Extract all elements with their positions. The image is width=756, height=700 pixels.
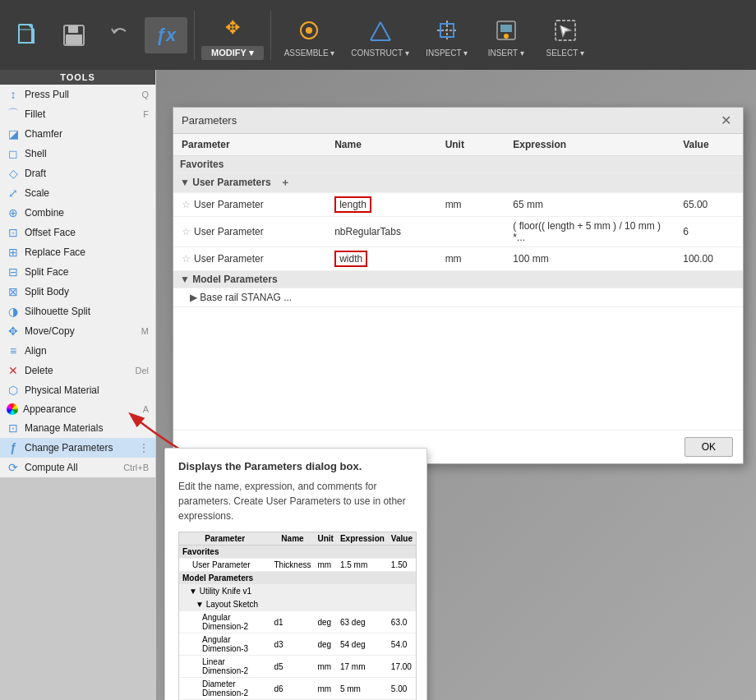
insert-label[interactable]: INSERT ▾ <box>488 48 524 58</box>
svg-line-9 <box>380 22 390 40</box>
dialog-title-bar: Parameters ✕ <box>173 108 743 134</box>
sidebar-item-change-parameters[interactable]: ƒ Change Parameters ⋮ <box>0 438 155 458</box>
more-icon[interactable]: ⋮ <box>139 442 149 454</box>
sidebar-item-delete[interactable]: ✕ Delete Del <box>0 361 155 380</box>
tp-model-params-row: Model Parameters <box>179 572 416 585</box>
tp-col-val: Value <box>388 532 416 546</box>
ok-button[interactable]: OK <box>685 437 733 457</box>
sidebar-item-fillet[interactable]: ⌒ Fillet F <box>0 104 155 124</box>
sidebar-item-combine[interactable]: ⊕ Combine <box>0 203 155 223</box>
toolbar-new-btn[interactable] <box>7 17 49 53</box>
unit-length: mm <box>437 193 505 217</box>
move-copy-icon: ✥ <box>7 325 20 338</box>
replace-face-icon: ⊞ <box>7 246 20 259</box>
parameters-dialog: Parameters ✕ Parameter Name Unit Express… <box>173 107 744 464</box>
dialog-body: Parameter Name Unit Expression Value Fav… <box>173 134 743 463</box>
dialog-scroll[interactable]: Parameter Name Unit Expression Value Fav… <box>173 134 743 430</box>
svg-rect-3 <box>68 25 78 33</box>
unit-nbregtabs <box>437 217 505 247</box>
appearance-icon <box>7 403 18 415</box>
physical-material-icon: ⬡ <box>7 384 20 397</box>
star-width[interactable]: ☆ <box>182 253 191 265</box>
sidebar-item-move-copy[interactable]: ✥ Move/Copy M <box>0 321 155 341</box>
sidebar-item-compute-all[interactable]: ⟳ Compute All Ctrl+B <box>0 458 155 477</box>
shell-icon: ◻ <box>7 147 20 160</box>
tools-header: TOOLS <box>0 70 155 85</box>
insert-group: INSERT ▾ <box>478 9 534 61</box>
expr-length[interactable]: 65 mm <box>505 193 675 217</box>
svg-rect-14 <box>500 25 512 32</box>
add-param-btn[interactable]: ＋ <box>280 177 290 188</box>
silhouette-split-icon: ◑ <box>7 305 20 318</box>
inspect-btn[interactable] <box>426 12 468 48</box>
sidebar-item-offset-face[interactable]: ⊡ Offset Face <box>0 223 155 242</box>
sidebar-item-split-face[interactable]: ⊟ Split Face <box>0 262 155 282</box>
insert-btn[interactable] <box>485 12 528 48</box>
construct-label[interactable]: CONSTRUCT ▾ <box>351 48 408 58</box>
sidebar-item-chamfer[interactable]: ◪ Chamfer <box>0 124 155 144</box>
compute-all-icon: ⟳ <box>7 461 20 474</box>
sidebar: TOOLS ↕ Press Pull Q ⌒ Fillet F ◪ Chamfe… <box>0 70 156 477</box>
star-nbregtabs[interactable]: ☆ <box>182 226 191 237</box>
select-btn[interactable] <box>544 12 587 48</box>
tp-linear-dim2-row: Linear Dimension-2 d5mm17 mm17.00 <box>179 656 416 678</box>
dialog-close-button[interactable]: ✕ <box>717 113 735 128</box>
sidebar-item-silhouette-split[interactable]: ◑ Silhouette Split <box>0 302 155 321</box>
sidebar-item-appearance[interactable]: Appearance A <box>0 400 155 418</box>
divider-1 <box>194 11 195 60</box>
toolbar-fx-btn[interactable]: ƒx <box>145 17 187 53</box>
select-label[interactable]: SELECT ▾ <box>546 48 584 58</box>
tp-diameter-dim2-row: Diameter Dimension-2 d6mm5 mm5.00 <box>179 678 416 700</box>
sidebar-item-press-pull[interactable]: ↕ Press Pull Q <box>0 85 155 104</box>
change-parameters-icon: ƒ <box>7 441 20 454</box>
model-params-expand[interactable]: ▼ <box>180 274 190 285</box>
tp-user-param-row: User Parameter Thickness mm 1.5 mm 1.50 <box>179 559 416 572</box>
tooltip-bubble: Displays the Parameters dialog box. Edit… <box>164 448 427 700</box>
sidebar-item-align[interactable]: ≡ Align <box>0 341 155 361</box>
svg-point-15 <box>504 34 509 39</box>
svg-line-8 <box>371 22 380 40</box>
star-length[interactable]: ☆ <box>182 199 191 210</box>
sidebar-item-draft[interactable]: ◇ Draft <box>0 163 155 183</box>
favorites-section: Favorites <box>173 156 743 173</box>
params-table: Parameter Name Unit Expression Value Fav… <box>173 134 743 307</box>
svg-rect-0 <box>19 25 32 43</box>
combine-icon: ⊕ <box>7 206 20 219</box>
tp-col-name: Name <box>270 532 314 546</box>
toolbar-undo-btn[interactable] <box>99 17 141 53</box>
assemble-label[interactable]: ASSEMBLE ▾ <box>284 48 335 58</box>
inspect-label[interactable]: INSPECT ▾ <box>426 48 468 58</box>
move-icon: ✥ <box>218 13 247 43</box>
divider-2 <box>270 11 271 60</box>
param-name-length[interactable]: length <box>334 196 371 213</box>
base-rail-expand[interactable]: ▶ <box>190 292 197 303</box>
col-header-expression: Expression <box>505 134 675 156</box>
unit-width: mm <box>437 247 505 271</box>
draft-icon: ◇ <box>7 167 20 180</box>
assemble-group: ASSEMBLE ▾ <box>278 9 342 61</box>
model-params-section: ▼ Model Parameters <box>173 271 743 288</box>
assemble-btn[interactable] <box>288 12 330 48</box>
sidebar-item-replace-face[interactable]: ⊞ Replace Face <box>0 242 155 262</box>
expr-nbregtabs[interactable]: ( floor(( length + 5 mm ) / 10 mm ) *... <box>505 217 675 247</box>
sidebar-item-scale[interactable]: ⤢ Scale <box>0 183 155 203</box>
svg-point-6 <box>306 27 312 34</box>
split-body-icon: ⊠ <box>7 285 20 298</box>
val-width: 100.00 <box>675 247 743 271</box>
sidebar-item-manage-materials[interactable]: ⊡ Manage Materials <box>0 418 155 438</box>
user-params-expand[interactable]: ▼ <box>180 177 190 188</box>
sidebar-item-split-body[interactable]: ⊠ Split Body <box>0 282 155 302</box>
construct-group: CONSTRUCT ▾ <box>344 9 415 61</box>
expr-width[interactable]: 100 mm <box>505 247 675 271</box>
tp-angular-dim2-row: Angular Dimension-2 d1deg63 deg63.0 <box>179 611 416 633</box>
tooltip-preview: Parameter Name Unit Expression Value Fav… <box>178 532 417 700</box>
sidebar-item-shell[interactable]: ◻ Shell <box>0 144 155 163</box>
param-name-width[interactable]: width <box>334 251 367 267</box>
toolbar-save-btn[interactable] <box>53 17 95 53</box>
construct-btn[interactable] <box>359 12 402 48</box>
param-row-length: ☆ User Parameter length mm 65 mm 65.00 <box>173 193 743 217</box>
modify-label[interactable]: MODIFY ▾ <box>201 46 264 60</box>
val-length: 65.00 <box>675 193 743 217</box>
sidebar-item-physical-material[interactable]: ⬡ Physical Material <box>0 380 155 400</box>
toolbar-move-btn[interactable]: ✥ <box>211 10 254 46</box>
